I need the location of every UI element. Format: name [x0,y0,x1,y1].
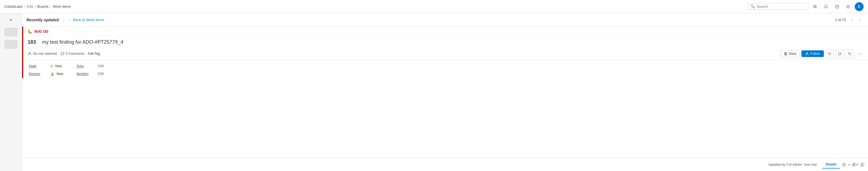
reason-field-row: Reason 🔒 New [29,72,63,76]
back-arrow-icon: ← [68,18,71,22]
breadcrumb-cobaltlabs[interactable]: CobaltLabs [4,4,23,8]
links-count-badge: 0 [851,162,857,167]
refresh-icon [838,52,841,56]
attachments-count-badge: 1 [860,162,865,167]
breadcrumb-sep-3: / [50,4,51,8]
state-dot [50,65,53,67]
links-tab-button[interactable]: 0 [848,161,857,169]
help-icon-btn[interactable] [833,2,841,11]
svg-rect-1 [813,6,817,7]
comments-button[interactable]: 0 Comments [61,52,85,56]
state-field-row: State New [29,64,63,68]
follow-label: Follow [810,52,820,56]
attachments-tab-button[interactable]: 1 [857,161,865,169]
counter-text: 1 of 72 [835,18,846,22]
top-nav-right: 🔍 [748,2,864,11]
undo-icon [847,52,851,56]
breadcrumb-boards[interactable]: Boards [37,4,49,8]
undo-button[interactable] [845,50,854,58]
breadcrumb-sep-2: / [34,4,36,8]
gear-icon [828,52,832,56]
content-area: Recently updated ← Back to Work Items 1 … [22,13,868,171]
history-icon [842,163,846,167]
subheader-title: Recently updated [27,18,64,22]
list-icon-btn[interactable] [810,2,819,11]
work-item-id: 183 [28,39,39,45]
field-col-right: Area CXI Iteration CXI [76,64,103,76]
iteration-field-row: Iteration CXI [76,72,103,76]
action-bar: No one selected 0 Comments Add Tag [22,48,868,60]
nav-next-button[interactable]: ↓ [856,16,864,24]
state-label: State [29,64,48,68]
sidebar-nav-item-1 [4,28,18,36]
notification-icon-btn[interactable] [822,2,830,11]
lock-icon: 🔒 [50,72,55,76]
area-label: Area [76,64,96,68]
svg-point-5 [847,6,849,7]
follow-icon [805,52,809,56]
sidebar-nav-item-2 [4,40,18,49]
attachment-icon [857,163,859,167]
area-value[interactable]: CXI [98,64,103,68]
settings-icon-btn[interactable] [844,2,852,11]
comments-label: 0 Comments [66,52,85,56]
nav-counter: 1 of 72 [835,18,846,22]
link-icon [848,163,850,167]
main-layout: + Recently updated ← Back to Work Items … [0,13,868,171]
left-sidebar: + [0,13,22,171]
iteration-value[interactable]: CXI [98,72,103,76]
avatar[interactable]: C [855,2,864,11]
svg-rect-7 [785,54,786,55]
more-options-button[interactable]: ⋯ [855,50,864,58]
comment-icon [61,52,64,56]
back-to-work-items-link[interactable]: ← Back to Work Items [64,18,835,22]
state-value[interactable]: New [55,64,62,68]
action-bar-right: Save Follow [780,50,864,58]
svg-rect-2 [813,7,817,8]
add-tag-button[interactable]: Add Tag [88,52,100,56]
save-button[interactable]: Save [780,50,800,57]
bug-type-bar: 🐛 BUG 183 [22,27,868,36]
back-link-label: Back to Work Items [73,18,104,22]
history-tab-button[interactable] [840,161,848,169]
iteration-label: Iteration [76,72,96,76]
bug-type-label: BUG 183 [34,30,48,33]
search-box[interactable]: 🔍 [748,3,808,10]
gear-action-button[interactable] [826,50,834,58]
follow-button[interactable]: Follow [801,50,824,57]
reason-value[interactable]: New [57,72,63,76]
field-col-left: State New Reason 🔒 New [29,64,63,76]
save-label: Save [789,52,796,56]
subheader: Recently updated ← Back to Work Items 1 … [22,13,868,27]
assignee-label: No one selected [33,52,57,56]
title-row: 183 my test finding for ADO-#PT25779_4 [22,36,868,48]
updated-text: Updated by CXI Admin: Just now [768,163,817,167]
work-item-title[interactable]: my test finding for ADO-#PT25779_4 [42,39,123,45]
nav-prev-button[interactable]: ↑ [848,16,856,24]
work-item-detail: 🐛 BUG 183 183 my test finding for ADO-#P… [22,27,868,171]
area-field-row: Area CXI [76,64,103,68]
reason-label: Reason [29,72,48,76]
svg-point-6 [29,52,30,54]
details-tab[interactable]: Details [823,161,840,169]
svg-point-9 [806,52,808,54]
search-input[interactable] [757,4,805,8]
action-bar-left: No one selected 0 Comments Add Tag [28,52,777,56]
svg-point-4 [837,7,837,7]
sidebar-add-button[interactable]: + [7,16,16,24]
assignee-button[interactable]: No one selected [28,52,57,56]
breadcrumb-sep-1: / [24,4,25,8]
bug-icon: 🐛 [28,29,32,34]
search-icon: 🔍 [751,4,755,8]
breadcrumb-workitems[interactable]: Work items [53,4,71,8]
fields-section: State New Reason 🔒 New Area CXI [22,60,868,78]
top-nav: CobaltLabs / CXI / Boards / Work items 🔍 [0,0,868,13]
refresh-button[interactable] [835,50,844,58]
breadcrumb-cxi[interactable]: CXI [27,4,33,8]
save-icon [784,52,787,55]
details-tabs: Details 0 [823,161,865,169]
svg-rect-0 [813,5,817,6]
person-icon [28,52,31,56]
breadcrumb: CobaltLabs / CXI / Boards / Work items [4,4,748,8]
svg-point-10 [829,53,830,54]
